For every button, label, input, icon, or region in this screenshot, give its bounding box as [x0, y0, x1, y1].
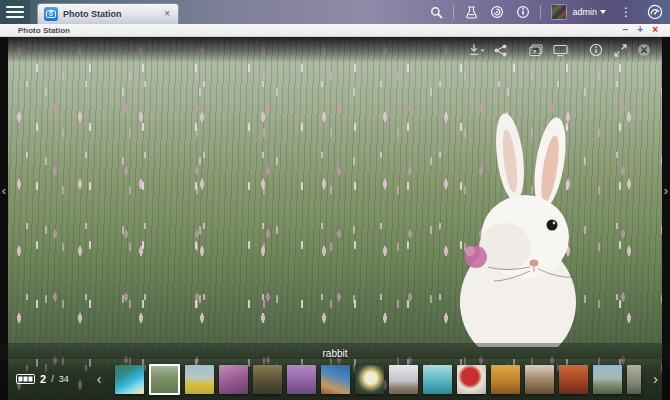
thumbnail-autumn-red[interactable] — [559, 365, 588, 394]
window-titlebar: Photo Station − + × — [0, 24, 670, 37]
thumbnail-partial[interactable] — [627, 365, 641, 394]
close-viewer-icon[interactable] — [632, 41, 656, 59]
share-icon[interactable] — [488, 41, 512, 59]
maximize-button[interactable]: + — [637, 25, 643, 35]
slideshow-icon[interactable] — [524, 41, 548, 59]
thumbnail-teal-water[interactable] — [423, 365, 452, 394]
thumbnail-blossom[interactable] — [219, 365, 248, 394]
thumbnail-deer-snow[interactable] — [389, 365, 418, 394]
thumbnail-castle[interactable] — [593, 365, 622, 394]
thumbnail-coast[interactable] — [321, 365, 350, 394]
taskbar-right-icons: admin ⋮ — [423, 0, 670, 24]
minimize-button[interactable]: − — [622, 25, 628, 35]
taskbar-divider — [453, 5, 454, 19]
photo-caption: rabbit — [322, 348, 347, 359]
thumbnail-food[interactable] — [525, 365, 554, 394]
info-icon[interactable] — [584, 41, 608, 59]
external-device-icon[interactable] — [484, 0, 510, 24]
user-avatar[interactable] — [551, 4, 567, 20]
user-name: admin — [572, 7, 597, 17]
background-tasks-icon[interactable] — [458, 0, 484, 24]
tab-label: Photo Station — [63, 9, 157, 19]
counter-current: 2 — [40, 373, 46, 385]
thumbnail-sunset-field[interactable] — [253, 365, 282, 394]
thumbnail-berries[interactable] — [457, 365, 486, 394]
close-window-button[interactable]: × — [652, 25, 658, 35]
next-photo-arrow[interactable]: › — [662, 179, 670, 203]
thumbnail-windmill[interactable] — [185, 365, 214, 394]
thumbnail-autumn-orange[interactable] — [491, 365, 520, 394]
tab-close-icon[interactable]: × — [162, 8, 172, 20]
viewer-toolbar — [464, 41, 656, 59]
strip-scroll-right[interactable]: › — [649, 371, 662, 387]
thumbnails — [115, 364, 641, 395]
desktop-taskbar: Photo Station × admin ⋮ — [0, 0, 670, 24]
thumbnail-purple-flowers[interactable] — [287, 365, 316, 394]
photo-viewer: ‹ › rabbit 2 / 34 ‹ — [0, 37, 670, 400]
window-title: Photo Station — [18, 26, 70, 35]
main-menu-button[interactable] — [0, 0, 30, 24]
previous-photo-arrow[interactable]: ‹ — [0, 179, 8, 203]
thumbnail-beach[interactable] — [115, 365, 144, 394]
photo-station-window: Photo Station × admin ⋮ — [0, 0, 670, 400]
fullscreen-icon[interactable] — [608, 41, 632, 59]
thumbnail-water-lily[interactable] — [355, 365, 384, 394]
filmstrip-icon — [16, 374, 35, 384]
thumbnail-rabbit-field-selected[interactable] — [149, 364, 180, 395]
counter-separator: / — [51, 374, 54, 384]
app-tab-photo-station[interactable]: Photo Station × — [37, 3, 179, 24]
display-cast-icon[interactable] — [548, 41, 572, 59]
photo-counter: 2 / 34 — [16, 373, 69, 385]
notifications-icon[interactable] — [510, 0, 536, 24]
photo-caption-band: rabbit — [0, 343, 670, 359]
hamburger-icon — [6, 16, 24, 18]
thumbnail-strip: 2 / 34 ‹ — [0, 360, 670, 398]
user-menu[interactable]: admin — [572, 7, 606, 17]
download-icon[interactable] — [464, 41, 488, 59]
hamburger-icon — [6, 6, 24, 8]
rabbit-figure — [450, 87, 600, 347]
chevron-down-icon — [600, 10, 606, 14]
hamburger-icon — [6, 11, 24, 13]
search-icon[interactable] — [423, 0, 449, 24]
counter-total: 34 — [59, 374, 69, 384]
more-options-icon[interactable]: ⋮ — [612, 6, 640, 18]
strip-scroll-left[interactable]: ‹ — [93, 371, 106, 387]
resource-monitor-icon[interactable] — [640, 4, 670, 20]
photo-station-app-icon — [44, 7, 58, 21]
window-controls: − + × — [622, 25, 658, 35]
taskbar-divider — [540, 5, 541, 19]
